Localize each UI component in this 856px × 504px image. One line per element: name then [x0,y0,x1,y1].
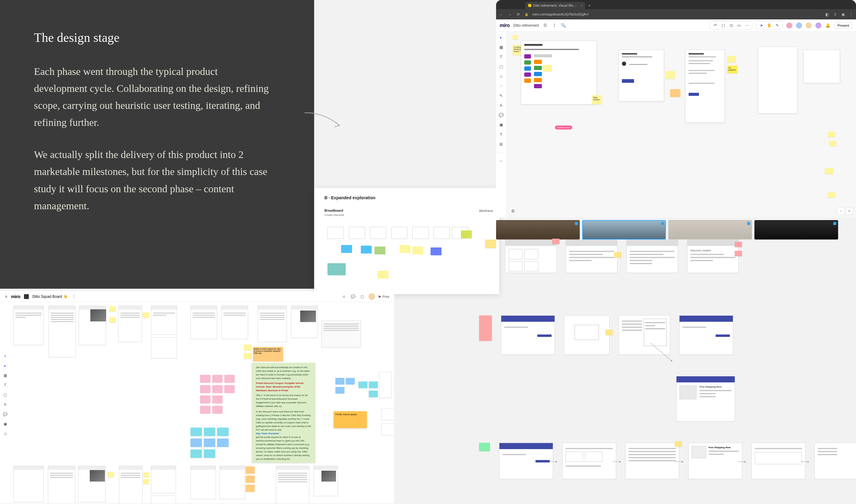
sticky-note[interactable] [225,385,235,393]
sticky-note[interactable] [727,56,736,62]
tab-close-icon[interactable]: × [581,4,583,7]
comment-mode-icon[interactable]: ✎ [774,23,780,28]
sticky-note[interactable] [217,428,229,436]
ui-mock-thumb[interactable] [219,466,245,499]
miro-board-name[interactable]: Ditto refinement [513,23,539,28]
ui-mock-thumb[interactable] [151,337,177,358]
sticky-note[interactable] [191,438,202,447]
sticky-note[interactable] [675,441,682,447]
url-text[interactable]: miro.com/app/board/uXjVNz5uSQjA=/ [533,13,821,16]
row-label-sticky[interactable] [485,239,496,248]
wireframe-card[interactable] [758,47,798,113]
sticky-note[interactable] [143,472,149,477]
sticky-note[interactable] [358,381,368,388]
miro2-board-name[interactable]: Ditto Squad Board 👋 [33,294,68,299]
sticky-note[interactable] [666,71,675,79]
browser-menu-icon[interactable]: ⋮ [849,12,853,16]
sticky-note[interactable] [143,312,149,318]
sticky-note[interactable] [200,406,211,414]
board-menu-icon[interactable]: ☰ [542,23,548,28]
comment-tool-icon[interactable]: 💬 [499,112,504,118]
shape-tool-icon[interactable]: ◇ [3,431,7,436]
comment-tool-icon[interactable]: 💬 [3,412,7,417]
hamburger-icon[interactable]: ≡ [5,294,7,299]
sticky-note[interactable] [225,375,235,383]
sticky-note[interactable] [191,428,202,436]
sticky-note[interactable] [606,330,613,335]
inline-image[interactable] [321,471,336,482]
collaborator-avatar[interactable] [369,293,375,300]
sticky-note[interactable] [246,485,255,492]
sticky-note[interactable] [369,391,378,397]
line-tool-icon[interactable]: ⟋ [499,83,504,89]
video-thumbnail[interactable] [668,220,752,239]
video-thumbnail-active[interactable] [582,220,666,239]
wireframe-card[interactable] [499,443,553,479]
ui-mock-thumb[interactable] [191,306,217,339]
video-thumbnail[interactable] [754,220,838,239]
sticky-note[interactable] [369,381,378,388]
shape-tool-icon[interactable]: ◇ [499,73,504,79]
sticky-note[interactable]: Go practice [727,66,737,73]
profile-icon[interactable]: ◉ [841,12,845,16]
chat-icon[interactable]: 💬 [350,294,356,299]
ui-mock-thumb[interactable] [258,306,287,342]
wireframe-card[interactable] [679,316,733,355]
apps-tool-icon[interactable]: ⊞ [499,141,504,147]
pen-tool-icon[interactable]: ✎ [499,93,504,98]
sticky-note[interactable] [212,406,222,414]
wireframe-card[interactable]: Free Shipping Now [688,443,742,479]
sticky-note-large[interactable]: Portal: Axone space [334,411,367,428]
sticky-note[interactable] [212,375,222,383]
sticky-note[interactable] [212,385,222,393]
zoom-in-icon[interactable]: + [846,208,853,215]
sticky-note[interactable] [204,449,215,458]
ui-mock-thumb[interactable] [48,466,75,503]
zoom-out-icon[interactable]: − [837,208,844,215]
frame-tool-icon[interactable]: ▣ [3,421,7,426]
ui-mock-thumb[interactable] [221,306,248,339]
ui-mock-thumb[interactable] [321,320,361,347]
present-button[interactable]: ▶ Pres [379,294,389,299]
sticky-note[interactable] [246,475,255,483]
sticky-note[interactable] [735,251,742,256]
collaborator-avatar[interactable] [815,22,821,29]
ui-mock-thumb[interactable] [151,496,176,503]
sticky-note[interactable] [191,449,202,458]
sticky-note[interactable] [204,428,215,436]
sticky-note[interactable] [825,168,833,174]
row-label-sticky[interactable] [479,443,490,451]
sticky-note[interactable] [109,306,116,312]
wireframe-card[interactable] [566,239,617,273]
sticky-note[interactable] [200,395,211,403]
browser-tab-active[interactable]: Ditto refinement, Visual Wo… × [525,2,585,9]
wireframe-card[interactable] [619,316,670,355]
select-tool-icon[interactable]: ▸ [499,35,504,40]
sticky-note[interactable] [246,466,255,474]
inline-image[interactable] [90,309,106,321]
wireframe-card[interactable] [685,50,725,123]
frame-tool-icon[interactable]: ▣ [499,122,504,127]
ui-mock-thumb[interactable] [381,423,394,435]
wireframe-card[interactable] [625,443,679,479]
minimap-icon[interactable]: ▥ [509,207,517,215]
sticky-note[interactable] [200,385,211,393]
sticky-note[interactable] [217,438,229,447]
sticky-note[interactable] [109,317,116,323]
template-tool-icon[interactable]: ▦ [3,373,7,378]
ui-mock-thumb[interactable] [379,372,392,398]
row-label-sticky[interactable] [479,316,492,341]
sticky-note[interactable] [735,242,742,247]
sticky-note[interactable] [829,141,836,146]
miro-logo[interactable]: miro [11,294,20,299]
text-tool-icon[interactable]: T [499,54,504,59]
add-tool-icon[interactable]: + [3,354,7,358]
reactions-icon[interactable]: ☺ [341,294,346,299]
miro2-canvas[interactable]: + ▸ ▦ T ▢ A 💬 ▣ ◇ [0,302,394,503]
sticky-tool-icon[interactable]: ▢ [499,64,504,69]
ui-mock-thumb[interactable] [151,466,176,493]
ui-mock-thumb[interactable] [13,306,44,345]
big-sticky-note[interactable]: (the discount will automatically be crea… [252,363,315,463]
wireframe-card[interactable] [564,316,609,355]
sticky-note[interactable] [335,387,344,394]
